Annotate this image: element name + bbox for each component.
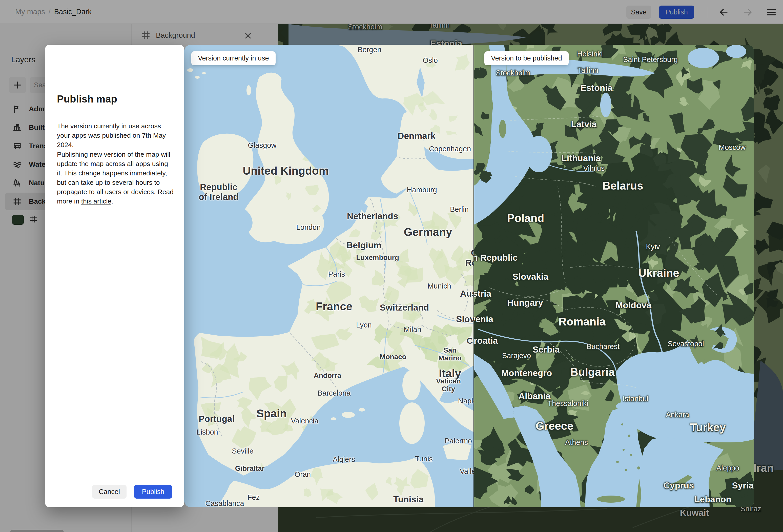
confirm-publish-button[interactable]: Publish	[134, 485, 172, 499]
map-new-version[interactable]: HelsinkiSaint PetersburgStockholmTallinn…	[474, 45, 754, 507]
current-version-map-graphic	[184, 45, 473, 507]
dialog-paragraph-2: Publishing new version of the map will u…	[57, 150, 175, 206]
new-version-badge: Version to be published	[484, 51, 569, 65]
new-version-map-graphic	[474, 45, 754, 507]
dialog-title: Publish map	[57, 93, 117, 105]
map-current-version[interactable]: BergenOsloGlasgowUnited KingdomRepublic …	[184, 45, 473, 507]
version-compare-view: BergenOsloGlasgowUnited KingdomRepublic …	[184, 45, 754, 507]
publish-map-dialog: Publish map The version currently in use…	[45, 45, 184, 507]
dialog-actions: Cancel Publish	[92, 485, 172, 499]
map-editor-window: My maps / Basic_Dark Save Publish	[0, 0, 783, 532]
dialog-paragraph-1: The version currently in use across your…	[57, 122, 175, 150]
dialog-paragraph-2-suffix: .	[111, 197, 113, 205]
this-article-link[interactable]: this article	[81, 197, 111, 205]
current-version-badge: Version currently in use	[191, 51, 276, 65]
dialog-paragraph-2-text: Publishing new version of the map will u…	[57, 151, 174, 205]
cancel-button[interactable]: Cancel	[92, 485, 127, 499]
